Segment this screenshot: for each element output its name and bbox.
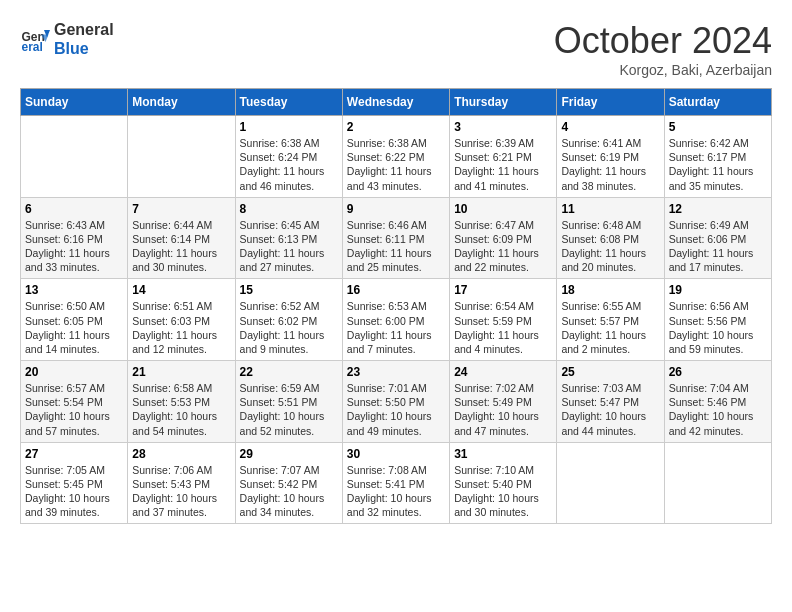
cell-content: Sunrise: 6:41 AM Sunset: 6:19 PM Dayligh…: [561, 136, 659, 193]
month-title: October 2024: [554, 20, 772, 62]
calendar-cell: [21, 116, 128, 198]
day-number: 24: [454, 365, 552, 379]
calendar-cell: [128, 116, 235, 198]
calendar-cell: [557, 442, 664, 524]
day-number: 30: [347, 447, 445, 461]
logo-text-blue: Blue: [54, 39, 114, 58]
day-number: 3: [454, 120, 552, 134]
calendar-cell: 31Sunrise: 7:10 AM Sunset: 5:40 PM Dayli…: [450, 442, 557, 524]
day-number: 26: [669, 365, 767, 379]
week-row-4: 20Sunrise: 6:57 AM Sunset: 5:54 PM Dayli…: [21, 361, 772, 443]
day-number: 11: [561, 202, 659, 216]
calendar-cell: 2Sunrise: 6:38 AM Sunset: 6:22 PM Daylig…: [342, 116, 449, 198]
cell-content: Sunrise: 6:51 AM Sunset: 6:03 PM Dayligh…: [132, 299, 230, 356]
cell-content: Sunrise: 7:01 AM Sunset: 5:50 PM Dayligh…: [347, 381, 445, 438]
calendar-cell: 29Sunrise: 7:07 AM Sunset: 5:42 PM Dayli…: [235, 442, 342, 524]
calendar-cell: 28Sunrise: 7:06 AM Sunset: 5:43 PM Dayli…: [128, 442, 235, 524]
cell-content: Sunrise: 6:44 AM Sunset: 6:14 PM Dayligh…: [132, 218, 230, 275]
cell-content: Sunrise: 6:46 AM Sunset: 6:11 PM Dayligh…: [347, 218, 445, 275]
calendar-cell: 17Sunrise: 6:54 AM Sunset: 5:59 PM Dayli…: [450, 279, 557, 361]
calendar-cell: 26Sunrise: 7:04 AM Sunset: 5:46 PM Dayli…: [664, 361, 771, 443]
calendar-table: SundayMondayTuesdayWednesdayThursdayFrid…: [20, 88, 772, 524]
calendar-cell: 16Sunrise: 6:53 AM Sunset: 6:00 PM Dayli…: [342, 279, 449, 361]
day-number: 10: [454, 202, 552, 216]
svg-text:eral: eral: [22, 40, 43, 54]
logo: Gen eral General Blue: [20, 20, 114, 58]
cell-content: Sunrise: 6:47 AM Sunset: 6:09 PM Dayligh…: [454, 218, 552, 275]
calendar-cell: 19Sunrise: 6:56 AM Sunset: 5:56 PM Dayli…: [664, 279, 771, 361]
day-number: 31: [454, 447, 552, 461]
calendar-cell: 4Sunrise: 6:41 AM Sunset: 6:19 PM Daylig…: [557, 116, 664, 198]
calendar-cell: 15Sunrise: 6:52 AM Sunset: 6:02 PM Dayli…: [235, 279, 342, 361]
cell-content: Sunrise: 7:06 AM Sunset: 5:43 PM Dayligh…: [132, 463, 230, 520]
cell-content: Sunrise: 6:52 AM Sunset: 6:02 PM Dayligh…: [240, 299, 338, 356]
calendar-cell: 22Sunrise: 6:59 AM Sunset: 5:51 PM Dayli…: [235, 361, 342, 443]
cell-content: Sunrise: 7:10 AM Sunset: 5:40 PM Dayligh…: [454, 463, 552, 520]
week-row-1: 1Sunrise: 6:38 AM Sunset: 6:24 PM Daylig…: [21, 116, 772, 198]
calendar-cell: 21Sunrise: 6:58 AM Sunset: 5:53 PM Dayli…: [128, 361, 235, 443]
cell-content: Sunrise: 6:39 AM Sunset: 6:21 PM Dayligh…: [454, 136, 552, 193]
day-number: 28: [132, 447, 230, 461]
day-number: 2: [347, 120, 445, 134]
calendar-cell: 12Sunrise: 6:49 AM Sunset: 6:06 PM Dayli…: [664, 197, 771, 279]
calendar-cell: 25Sunrise: 7:03 AM Sunset: 5:47 PM Dayli…: [557, 361, 664, 443]
logo-text-general: General: [54, 20, 114, 39]
calendar-cell: 10Sunrise: 6:47 AM Sunset: 6:09 PM Dayli…: [450, 197, 557, 279]
calendar-cell: 5Sunrise: 6:42 AM Sunset: 6:17 PM Daylig…: [664, 116, 771, 198]
calendar-cell: 1Sunrise: 6:38 AM Sunset: 6:24 PM Daylig…: [235, 116, 342, 198]
calendar-cell: 11Sunrise: 6:48 AM Sunset: 6:08 PM Dayli…: [557, 197, 664, 279]
cell-content: Sunrise: 7:03 AM Sunset: 5:47 PM Dayligh…: [561, 381, 659, 438]
day-number: 8: [240, 202, 338, 216]
calendar-cell: 30Sunrise: 7:08 AM Sunset: 5:41 PM Dayli…: [342, 442, 449, 524]
day-number: 15: [240, 283, 338, 297]
day-number: 27: [25, 447, 123, 461]
day-number: 14: [132, 283, 230, 297]
day-number: 1: [240, 120, 338, 134]
title-block: October 2024 Korgoz, Baki, Azerbaijan: [554, 20, 772, 78]
day-number: 17: [454, 283, 552, 297]
calendar-cell: 7Sunrise: 6:44 AM Sunset: 6:14 PM Daylig…: [128, 197, 235, 279]
calendar-cell: 3Sunrise: 6:39 AM Sunset: 6:21 PM Daylig…: [450, 116, 557, 198]
cell-content: Sunrise: 6:38 AM Sunset: 6:24 PM Dayligh…: [240, 136, 338, 193]
day-number: 21: [132, 365, 230, 379]
col-header-sunday: Sunday: [21, 89, 128, 116]
day-number: 12: [669, 202, 767, 216]
col-header-wednesday: Wednesday: [342, 89, 449, 116]
cell-content: Sunrise: 7:05 AM Sunset: 5:45 PM Dayligh…: [25, 463, 123, 520]
cell-content: Sunrise: 6:38 AM Sunset: 6:22 PM Dayligh…: [347, 136, 445, 193]
day-number: 7: [132, 202, 230, 216]
col-header-saturday: Saturday: [664, 89, 771, 116]
location-subtitle: Korgoz, Baki, Azerbaijan: [554, 62, 772, 78]
calendar-cell: 6Sunrise: 6:43 AM Sunset: 6:16 PM Daylig…: [21, 197, 128, 279]
calendar-cell: 23Sunrise: 7:01 AM Sunset: 5:50 PM Dayli…: [342, 361, 449, 443]
day-number: 6: [25, 202, 123, 216]
cell-content: Sunrise: 6:57 AM Sunset: 5:54 PM Dayligh…: [25, 381, 123, 438]
calendar-header-row: SundayMondayTuesdayWednesdayThursdayFrid…: [21, 89, 772, 116]
calendar-cell: [664, 442, 771, 524]
calendar-cell: 13Sunrise: 6:50 AM Sunset: 6:05 PM Dayli…: [21, 279, 128, 361]
day-number: 23: [347, 365, 445, 379]
cell-content: Sunrise: 6:58 AM Sunset: 5:53 PM Dayligh…: [132, 381, 230, 438]
cell-content: Sunrise: 6:59 AM Sunset: 5:51 PM Dayligh…: [240, 381, 338, 438]
day-number: 4: [561, 120, 659, 134]
cell-content: Sunrise: 6:55 AM Sunset: 5:57 PM Dayligh…: [561, 299, 659, 356]
logo-icon: Gen eral: [20, 24, 50, 54]
col-header-tuesday: Tuesday: [235, 89, 342, 116]
day-number: 19: [669, 283, 767, 297]
cell-content: Sunrise: 6:43 AM Sunset: 6:16 PM Dayligh…: [25, 218, 123, 275]
calendar-cell: 27Sunrise: 7:05 AM Sunset: 5:45 PM Dayli…: [21, 442, 128, 524]
calendar-cell: 18Sunrise: 6:55 AM Sunset: 5:57 PM Dayli…: [557, 279, 664, 361]
col-header-friday: Friday: [557, 89, 664, 116]
cell-content: Sunrise: 6:53 AM Sunset: 6:00 PM Dayligh…: [347, 299, 445, 356]
week-row-2: 6Sunrise: 6:43 AM Sunset: 6:16 PM Daylig…: [21, 197, 772, 279]
cell-content: Sunrise: 6:49 AM Sunset: 6:06 PM Dayligh…: [669, 218, 767, 275]
cell-content: Sunrise: 7:07 AM Sunset: 5:42 PM Dayligh…: [240, 463, 338, 520]
cell-content: Sunrise: 6:50 AM Sunset: 6:05 PM Dayligh…: [25, 299, 123, 356]
day-number: 29: [240, 447, 338, 461]
page-header: Gen eral General Blue October 2024 Korgo…: [20, 20, 772, 78]
cell-content: Sunrise: 6:45 AM Sunset: 6:13 PM Dayligh…: [240, 218, 338, 275]
cell-content: Sunrise: 6:48 AM Sunset: 6:08 PM Dayligh…: [561, 218, 659, 275]
day-number: 16: [347, 283, 445, 297]
day-number: 20: [25, 365, 123, 379]
calendar-cell: 24Sunrise: 7:02 AM Sunset: 5:49 PM Dayli…: [450, 361, 557, 443]
